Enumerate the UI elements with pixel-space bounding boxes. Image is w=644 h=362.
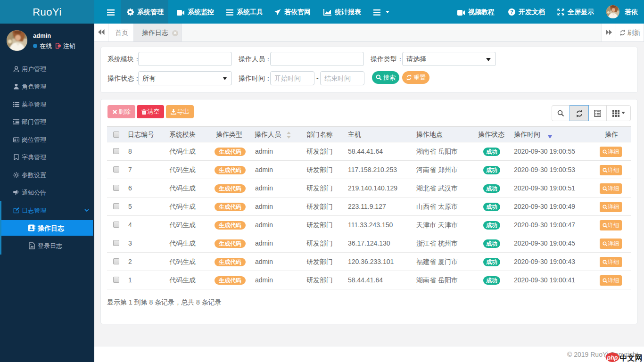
- svg-text:?: ?: [510, 9, 513, 15]
- svg-text:php: php: [607, 354, 618, 361]
- svg-text:中文网: 中文网: [620, 354, 643, 362]
